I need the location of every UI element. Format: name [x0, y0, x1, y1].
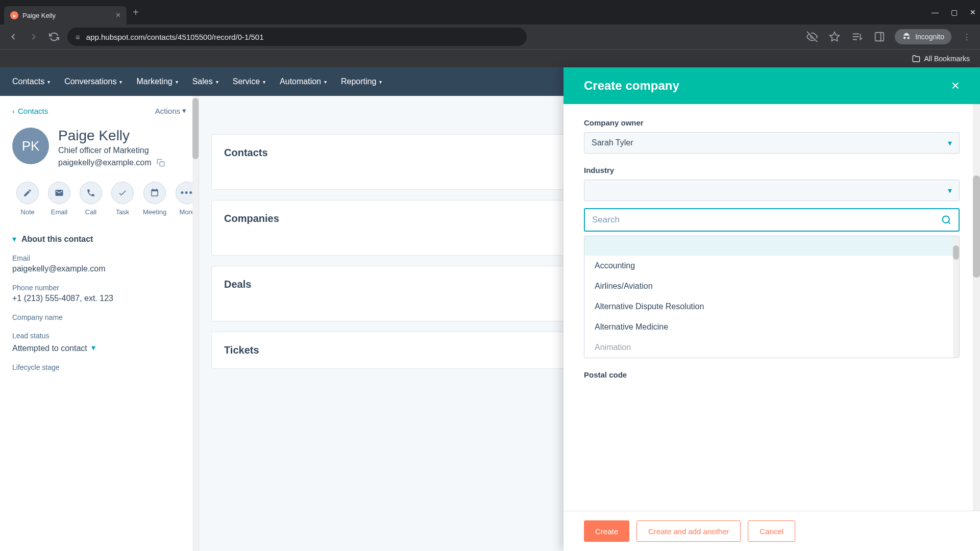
forward-icon[interactable]: [27, 30, 41, 44]
sidebar-scrollbar[interactable]: [192, 96, 199, 551]
contact-actions-row: Note Email Call Task Meeting •••More: [16, 182, 186, 216]
svg-rect-1: [875, 33, 884, 41]
incognito-icon: [902, 32, 911, 41]
close-icon[interactable]: ×: [951, 78, 960, 94]
back-icon[interactable]: [6, 30, 20, 44]
minimize-icon[interactable]: —: [932, 8, 939, 16]
industry-option[interactable]: Animation: [584, 337, 959, 358]
svg-marker-0: [830, 32, 839, 41]
nav-contacts[interactable]: Contacts▾: [12, 77, 50, 86]
company-owner-label: Company owner: [584, 118, 960, 127]
industry-search-box[interactable]: [584, 208, 960, 232]
eye-off-icon[interactable]: [805, 30, 819, 44]
nav-conversations[interactable]: Conversations▾: [64, 77, 122, 86]
avatar[interactable]: PK: [12, 128, 49, 164]
all-bookmarks-link[interactable]: All Bookmarks: [924, 55, 970, 63]
industry-option[interactable]: Alternative Medicine: [584, 317, 959, 337]
menu-icon[interactable]: ⋮: [960, 30, 974, 44]
url-bar[interactable]: ≡ app.hubspot.com/contacts/45105500/reco…: [67, 28, 527, 46]
new-tab-button[interactable]: +: [133, 7, 139, 18]
tab-title: Paige Kelly: [22, 12, 112, 19]
cancel-button[interactable]: Cancel: [748, 520, 795, 542]
create-button[interactable]: Create: [584, 520, 629, 542]
incognito-badge[interactable]: Incognito: [895, 29, 951, 44]
task-button[interactable]: Task: [111, 182, 134, 216]
calendar-icon: [150, 188, 159, 197]
copy-icon[interactable]: [157, 159, 165, 167]
nav-automation[interactable]: Automation▾: [280, 77, 327, 86]
create-and-add-another-button[interactable]: Create and add another: [636, 520, 741, 542]
nav-sales[interactable]: Sales▾: [192, 77, 218, 86]
nav-service[interactable]: Service▾: [233, 77, 265, 86]
app-root: Contacts▾ Conversations▾ Marketing▾ Sale…: [0, 67, 980, 551]
meeting-button[interactable]: Meeting: [143, 182, 166, 216]
industry-option-blank[interactable]: [584, 236, 959, 256]
nav-reporting[interactable]: Reporting▾: [341, 77, 382, 86]
browser-tab-strip: ▸ Paige Kelly × + — ▢ ✕: [0, 0, 980, 24]
bookmarks-bar: All Bookmarks: [0, 49, 980, 67]
chevron-down-icon: ▾: [948, 186, 952, 195]
chevron-left-icon: ‹: [12, 107, 15, 115]
svg-point-4: [943, 216, 949, 223]
search-icon[interactable]: [941, 215, 951, 225]
call-button[interactable]: Call: [80, 182, 102, 216]
svg-rect-3: [160, 162, 164, 166]
close-window-icon[interactable]: ✕: [970, 8, 976, 16]
nav-marketing[interactable]: Marketing▾: [136, 77, 178, 86]
chevron-down-icon: ▾: [119, 79, 122, 85]
reload-icon[interactable]: [47, 30, 61, 44]
panel-scrollbar[interactable]: [973, 104, 980, 511]
industry-option[interactable]: Airlines/Aviation: [584, 276, 959, 296]
maximize-icon[interactable]: ▢: [951, 8, 958, 16]
folder-icon: [912, 55, 920, 63]
industry-options-list: Accounting Airlines/Aviation Alternative…: [584, 236, 960, 358]
industry-option[interactable]: Accounting: [584, 256, 959, 276]
svg-line-5: [948, 222, 950, 224]
chevron-down-icon: ▾: [216, 79, 218, 85]
panel-icon[interactable]: [872, 30, 887, 44]
window-controls: — ▢ ✕: [932, 8, 976, 16]
contact-email: paigekelly@example.com: [58, 158, 152, 167]
postal-code-label: Postal code: [584, 370, 960, 379]
panel-header: Create company ×: [564, 67, 980, 104]
industry-select[interactable]: ▾: [584, 180, 960, 201]
postal-code-group: Postal code: [584, 370, 960, 379]
email-field: Email paigekelly@example.com: [12, 254, 186, 273]
star-icon[interactable]: [827, 30, 842, 44]
industry-search-input[interactable]: [592, 215, 941, 225]
site-info-icon[interactable]: ≡: [76, 33, 80, 41]
chevron-down-icon: ▾: [324, 79, 327, 85]
panel-body: Company owner Sarah Tyler ▾ Industry ▾: [564, 104, 980, 511]
browser-toolbar: ≡ app.hubspot.com/contacts/45105500/reco…: [0, 24, 980, 49]
url-text: app.hubspot.com/contacts/45105500/record…: [86, 33, 264, 41]
actions-menu[interactable]: Actions ▾: [155, 106, 186, 115]
chevron-down-icon: ▾: [91, 343, 95, 353]
pencil-icon: [23, 188, 32, 197]
dots-icon: •••: [181, 188, 193, 198]
panel-footer: Create Create and add another Cancel: [564, 511, 980, 551]
chevron-down-icon: ▾: [47, 79, 50, 85]
contact-job-title: Chief officer of Marketing: [58, 146, 165, 155]
phone-field: Phone number +1 (213) 555-4087, ext. 123: [12, 284, 186, 303]
chevron-down-icon: ▾: [176, 79, 178, 85]
phone-icon: [86, 188, 95, 197]
contact-header: PK Paige Kelly Chief officer of Marketin…: [12, 128, 186, 167]
company-owner-select[interactable]: Sarah Tyler ▾: [584, 132, 960, 154]
lead-status-field: Lead status Attempted to contact ▾: [12, 332, 186, 353]
check-icon: [118, 188, 127, 197]
chevron-down-icon: ▾: [948, 138, 952, 148]
back-to-contacts[interactable]: ‹ Contacts: [12, 107, 48, 115]
create-company-panel: Create company × Company owner Sarah Tyl…: [564, 67, 980, 551]
industry-option[interactable]: Alternative Dispute Resolution: [584, 296, 959, 317]
media-icon[interactable]: [850, 30, 864, 44]
chevron-down-icon: ▾: [263, 79, 265, 85]
note-button[interactable]: Note: [16, 182, 39, 216]
hubspot-favicon: ▸: [10, 11, 18, 19]
tab-close-icon[interactable]: ×: [116, 11, 120, 20]
email-button[interactable]: Email: [48, 182, 70, 216]
company-name-field: Company name: [12, 313, 186, 321]
about-contact-header[interactable]: ▾ About this contact: [12, 234, 186, 244]
browser-tab[interactable]: ▸ Paige Kelly ×: [4, 6, 127, 24]
lead-status-select[interactable]: Attempted to contact ▾: [12, 342, 186, 353]
industry-group: Industry ▾ Accounting Airline: [584, 166, 960, 358]
